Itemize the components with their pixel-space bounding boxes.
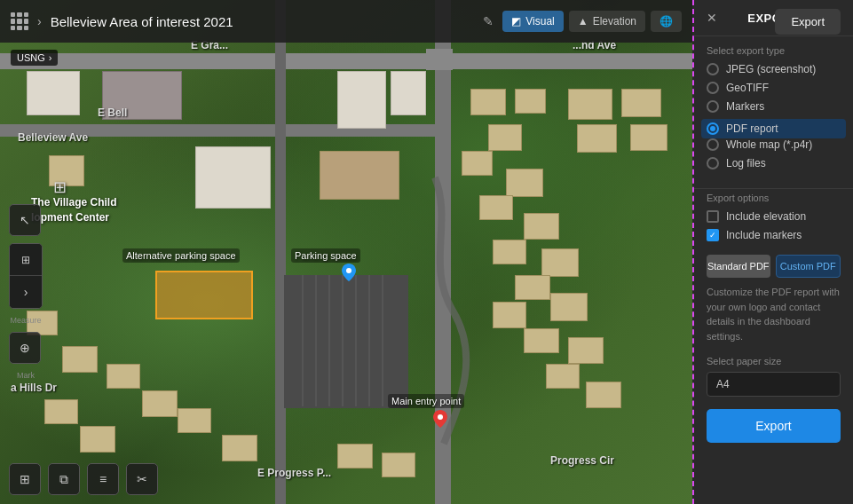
left-tools: ↖ ⊞ › Measure ⊕ Mark (9, 204, 43, 380)
view-btn-visual[interactable]: ◩ Visual (502, 11, 563, 32)
view-buttons: ◩ Visual ▲ Elevation 🌐 (502, 11, 682, 32)
edit-icon[interactable]: ✎ (483, 14, 494, 28)
custom-pdf-button[interactable]: Custom PDF (776, 255, 841, 278)
radio-geotiff[interactable]: GeoTIFF (707, 82, 841, 94)
bottom-btn-crop[interactable]: ✂ (126, 463, 158, 495)
svg-point-1 (438, 414, 443, 420)
map-label-alt-parking: Alternative parking space (122, 248, 240, 263)
export-top-button[interactable]: Export (775, 9, 841, 35)
measure-label-group: Measure (9, 316, 43, 325)
usng-badge[interactable]: USNG › (11, 50, 58, 66)
elevation-icon: ▲ (578, 15, 588, 28)
standard-pdf-button[interactable]: Standard PDF (707, 255, 770, 278)
checkbox-markers-label: Include markers (726, 229, 802, 241)
road-label-hills-dr: a Hills Dr (11, 382, 57, 394)
radio-pdf-label: PDF report (726, 122, 778, 135)
bottom-btn-layers[interactable]: ⊞ (9, 463, 41, 495)
radio-jpeg-circle (707, 63, 719, 75)
close-icon[interactable]: ✕ (707, 11, 717, 25)
mark-icon: ⊕ (20, 341, 30, 355)
radio-jpeg[interactable]: JPEG (screenshot) (707, 63, 841, 75)
road-label-progress: E Progress P... (257, 467, 331, 479)
tool-measure-icon[interactable]: ⊞ (10, 244, 42, 276)
svg-point-0 (346, 268, 351, 273)
map-label-main-entry: Main entry point (388, 394, 464, 408)
tool-group-measure: ⊞ › (9, 243, 43, 309)
visual-label: Visual (525, 15, 554, 28)
radio-jpeg-label: JPEG (screenshot) (726, 63, 816, 75)
visual-icon: ◩ (511, 15, 521, 28)
radio-whole-map[interactable]: Whole map (*.p4r) (707, 138, 841, 151)
topbar: › Belleview Area of interest 2021 ✎ ◩ Vi… (0, 0, 692, 43)
paper-size-select-wrapper[interactable]: A4 A3 Letter Legal (707, 372, 841, 397)
view-btn-globe[interactable]: 🌐 (651, 11, 682, 32)
checkbox-elevation[interactable]: Include elevation (694, 210, 853, 223)
divider-1 (694, 188, 853, 189)
paper-size-dropdown[interactable]: A4 A3 Letter Legal (716, 378, 831, 390)
mark-label-group: Mark (9, 371, 43, 380)
checkbox-elevation-label: Include elevation (726, 210, 806, 223)
select-type-label: Select export type (707, 45, 841, 56)
radio-markers-label: Markers (726, 100, 764, 113)
tool-mark[interactable]: ⊕ (9, 332, 41, 364)
page-title: Belleview Area of interest 2021 (51, 14, 475, 29)
elevation-label: Elevation (593, 15, 636, 28)
layers-icon: ⊞ (20, 472, 30, 486)
pdf-description: Customize the PDF report with your own l… (694, 285, 853, 350)
tool-cursor[interactable]: ↖ (9, 204, 41, 236)
export-panel: ✕ EXPORT Select export type JPEG (screen… (692, 0, 853, 504)
radio-markers-circle (707, 100, 719, 113)
map-container[interactable]: E Gra... ...nd Ave E Bell Belleview Ave … (0, 0, 692, 504)
radio-log-files[interactable]: Log files (707, 157, 841, 169)
radio-log-circle (707, 157, 719, 169)
mark-text-label: Mark (17, 371, 35, 380)
building-icon: ⊞ (53, 177, 67, 197)
checkbox-markers[interactable]: Include markers (694, 229, 853, 241)
breadcrumb-sep: › (37, 14, 42, 28)
export-bottom-button[interactable]: Export (707, 409, 841, 443)
usng-arrow: › (49, 52, 52, 63)
checkbox-markers-box (707, 229, 719, 241)
map-label-parking: Parking space (291, 248, 360, 263)
measure-text-label: Measure (10, 316, 41, 325)
radio-whole-map-circle (707, 138, 719, 151)
legend-icon: ≡ (99, 472, 107, 486)
pdf-buttons: Standard PDF Custom PDF (694, 248, 853, 285)
village-label: The Village Childlopment Center (31, 195, 116, 225)
radio-pdf-report[interactable]: PDF report (701, 119, 846, 138)
checkbox-elevation-box (707, 210, 719, 223)
measure-arrow-icon: › (24, 285, 28, 299)
radio-log-label: Log files (726, 157, 766, 169)
bottom-btn-legend[interactable]: ≡ (87, 463, 119, 495)
view-btn-elevation[interactable]: ▲ Elevation (569, 11, 645, 32)
paper-size-label: Select paper size (707, 356, 841, 366)
crop-icon: ✂ (137, 472, 147, 486)
grid-menu-icon[interactable] (11, 12, 28, 30)
radio-geotiff-circle (707, 82, 719, 94)
export-options-label: Export options (694, 193, 853, 203)
road-label-belleview: Belleview Ave (18, 131, 88, 144)
paper-size-section: Select paper size A4 A3 Letter Legal (694, 350, 853, 402)
export-type-section: Select export type JPEG (screenshot) Geo… (694, 36, 853, 185)
radio-pdf-circle (707, 122, 719, 135)
radio-geotiff-label: GeoTIFF (726, 82, 769, 94)
bottom-btn-split[interactable]: ⧉ (48, 463, 80, 495)
measure-icon: ⊞ (21, 254, 30, 266)
radio-whole-map-label: Whole map (*.p4r) (726, 138, 812, 151)
radio-markers[interactable]: Markers (707, 100, 841, 113)
road-label-e-bell: E Bell (98, 106, 127, 119)
split-icon: ⧉ (59, 472, 68, 487)
bottom-tools: ⊞ ⧉ ≡ ✂ (9, 463, 158, 495)
usng-label: USNG (17, 52, 45, 63)
tool-measure-arrow[interactable]: › (10, 276, 42, 308)
globe-icon: 🌐 (659, 15, 673, 28)
road-label-progress-cir: Progress Cir (550, 454, 614, 467)
cursor-icon: ↖ (20, 213, 30, 227)
